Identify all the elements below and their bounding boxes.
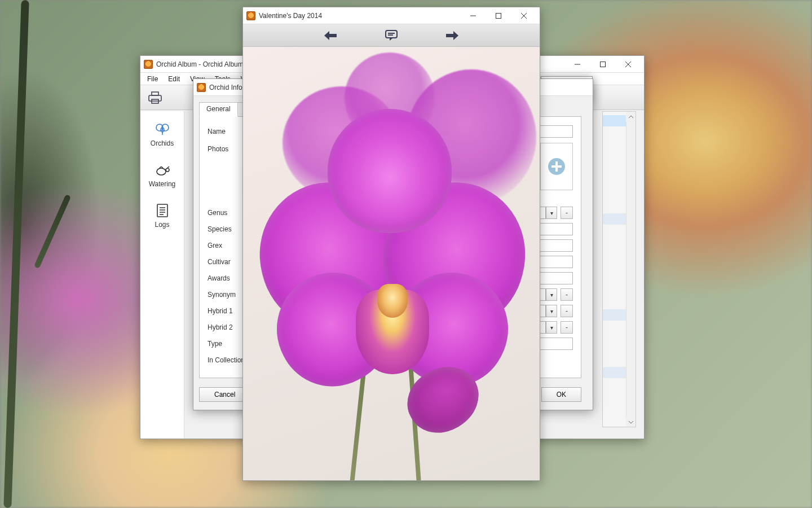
sidebar-item-watering[interactable]: Watering: [140, 160, 184, 190]
sidebar-label-logs: Logs: [155, 221, 169, 229]
photo-minimize-button[interactable]: [460, 7, 486, 24]
orchid-icon: [155, 121, 170, 137]
scrollbar[interactable]: [626, 112, 636, 427]
app-icon: [144, 60, 153, 69]
photo-maximize-button[interactable]: [486, 7, 511, 24]
svg-rect-11: [386, 30, 397, 38]
logs-icon: [155, 203, 170, 218]
list-panel: [602, 111, 636, 427]
list-row[interactable]: [603, 309, 626, 321]
sidebar: Orchids Watering Logs: [140, 111, 184, 439]
list-row-selected[interactable]: [603, 115, 626, 126]
photo-toolbar: [243, 24, 540, 47]
previous-button[interactable]: [323, 29, 338, 42]
chevron-down-icon[interactable]: ▾: [546, 305, 557, 317]
synonym-clear-button[interactable]: -: [561, 288, 573, 301]
menu-file[interactable]: File: [143, 74, 162, 84]
sidebar-label-orchids: Orchids: [151, 139, 174, 147]
add-photo-button[interactable]: [540, 143, 573, 190]
svg-rect-1: [149, 95, 161, 101]
hybrid1-clear-button[interactable]: -: [561, 305, 573, 317]
sidebar-label-watering: Watering: [149, 180, 176, 188]
chevron-down-icon[interactable]: ▾: [546, 321, 557, 334]
menu-edit[interactable]: Edit: [164, 74, 184, 84]
genus-clear-button[interactable]: -: [561, 207, 573, 219]
comment-button[interactable]: [383, 29, 399, 42]
main-close-button[interactable]: [615, 56, 641, 72]
app-icon: [197, 83, 206, 92]
svg-rect-10: [496, 13, 501, 18]
list-row[interactable]: [603, 367, 626, 378]
print-button[interactable]: [146, 89, 164, 107]
svg-point-7: [157, 168, 166, 175]
next-button[interactable]: [444, 29, 460, 42]
main-minimize-button[interactable]: [564, 56, 590, 72]
svg-rect-0: [600, 62, 605, 67]
photo-image: [243, 47, 540, 480]
chevron-down-icon[interactable]: ▾: [546, 207, 557, 219]
list-row[interactable]: [603, 213, 626, 225]
scroll-down-button[interactable]: [626, 417, 636, 427]
svg-rect-2: [152, 92, 158, 95]
tab-general[interactable]: General: [199, 102, 238, 117]
sidebar-item-orchids[interactable]: Orchids: [140, 119, 184, 150]
ok-button[interactable]: OK: [541, 387, 581, 402]
photo-titlebar[interactable]: Valentine's Day 2014: [243, 7, 540, 24]
scroll-up-button[interactable]: [626, 112, 636, 121]
chevron-down-icon[interactable]: ▾: [546, 288, 557, 301]
add-photo-slot: [540, 143, 573, 190]
photo-title: Valentine's Day 2014: [259, 12, 460, 20]
main-maximize-button[interactable]: [590, 56, 615, 72]
photo-window: Valentine's Day 2014: [242, 7, 540, 481]
watering-icon: [155, 162, 170, 178]
app-icon: [246, 11, 255, 20]
sidebar-item-logs[interactable]: Logs: [140, 200, 184, 231]
photo-close-button[interactable]: [511, 7, 536, 24]
hybrid2-clear-button[interactable]: -: [561, 321, 573, 334]
